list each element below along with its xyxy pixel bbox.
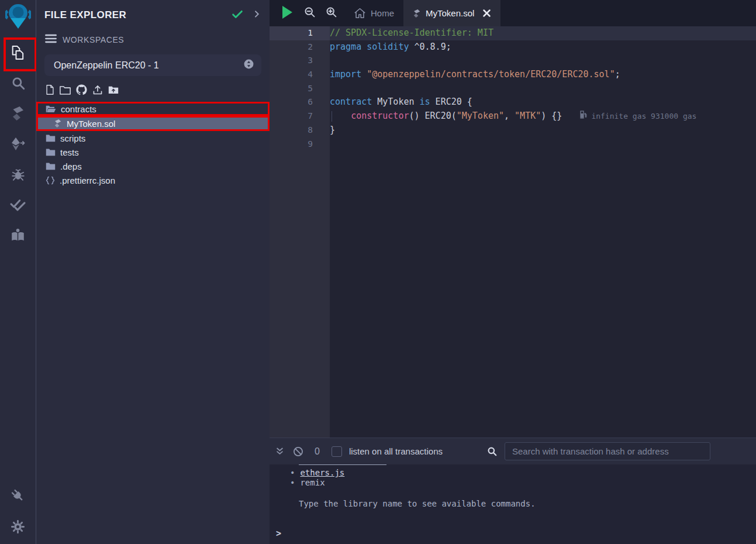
collapse-terminal-icon[interactable] [275,447,284,456]
create-new-file-button[interactable] [46,85,54,97]
zoom-in-button[interactable] [325,6,337,20]
remix-logo[interactable] [0,0,36,37]
tree-item-label: tests [60,147,79,157]
tab-mytoken-sol[interactable]: MyToken.sol [403,0,500,26]
tree-item-prettierrc-json[interactable]: .prettierrc.json [36,173,270,187]
code-line[interactable]: 5 [270,82,756,96]
terminal-prompt[interactable]: > [276,528,281,539]
clear-console-icon[interactable] [292,446,304,457]
code-text: import "@openzeppelin/contracts/token/ER… [330,68,620,82]
main-area: HomeMyToken.sol 1// SPDX-License-Identif… [270,0,756,544]
run-script-button[interactable] [280,5,294,22]
tree-item-label: .deps [60,161,82,171]
code-line[interactable]: 3 [270,54,756,68]
workspace-select[interactable]: OpenZeppelin ERC20 - 1 [44,54,261,76]
github-icon [76,84,87,98]
folder-icon [46,148,56,156]
gas-icon [579,109,588,123]
tree-item-scripts[interactable]: scripts [36,131,270,145]
zoom-out-button[interactable] [303,6,316,20]
tab-home[interactable]: Home [344,0,403,26]
code-line[interactable]: 6contract MyToken is ERC20 { [270,95,756,109]
check-icon [231,8,244,23]
code-line[interactable]: 2pragma solidity ^0.8.9; [270,40,756,54]
code-line[interactable]: 7 constructor() ERC20("MyToken", "MTK") … [270,109,756,123]
workspace-selected-value: OpenZeppelin ERC20 - 1 [54,60,243,71]
clone-git-repository-button[interactable] [76,84,87,98]
workspaces-label: WORKSPACES [63,35,124,44]
listen-transactions-checkbox[interactable] [332,446,342,457]
editor-toolbar [270,0,344,26]
line-number: 4 [270,68,330,82]
line-number: 5 [270,82,330,96]
unit-testing-button[interactable] [0,190,36,220]
new-file-icon [46,85,54,97]
library-ethers-js[interactable]: ethers.js [300,468,344,478]
search-button[interactable] [0,68,36,98]
gas-estimate-widget: infinite gas 931000 gas [579,109,696,123]
debugger-button[interactable] [0,159,36,190]
tree-item-MyToken-sol[interactable]: MyToken.sol [36,116,270,131]
code-text: // SPDX-License-Identifier: MIT [330,26,493,40]
tree-item-label: contracts [61,104,96,114]
terminal-panel: 0 listen on all transactions •ethers.js•… [270,438,756,544]
activity-bar-bottom [0,481,36,544]
plug-icon [11,488,26,504]
hamburger-menu-icon[interactable] [44,33,57,46]
terminal-output[interactable]: •ethers.js•remix Type the library name t… [270,464,756,544]
indent-guide [332,111,332,122]
double-check-icon [10,198,26,212]
terminal-hint: Type the library name to see available c… [270,488,756,508]
file-explorer-button[interactable] [0,37,36,68]
library-list-item: •remix [290,478,756,488]
create-new-folder-button[interactable] [60,85,71,97]
code-line[interactable]: 1// SPDX-License-Identifier: MIT [270,26,756,40]
bullet: • [290,478,295,488]
transaction-count-badge: 0 [315,446,320,457]
tabs-container: HomeMyToken.sol [344,0,500,26]
listen-transactions-label: listen on all transactions [349,446,443,456]
chevron-right-icon[interactable] [252,9,261,21]
tree-item-contracts[interactable]: contracts [36,102,270,116]
line-number: 8 [270,123,330,137]
tab-label: Home [371,8,394,18]
file-explorer-panel: FILE EXPLORER WORKSPACES OpenZeppelin ER… [36,0,270,544]
settings-button[interactable] [0,511,36,542]
files-icon [10,44,26,61]
line-number: 2 [270,40,330,54]
solidity-icon [11,106,25,121]
folder-open-icon [46,105,56,113]
upload-file-button[interactable] [92,85,103,97]
code-line[interactable]: 9 [270,137,756,152]
code-editor[interactable]: 1// SPDX-License-Identifier: MIT2pragma … [270,26,756,438]
learneth-button[interactable] [0,220,36,250]
bullet: • [290,468,295,478]
terminal-toolbar: 0 listen on all transactions [270,438,756,464]
remix-logo [5,3,31,35]
deploy-run-button[interactable] [0,129,36,159]
tree-item-tests[interactable]: tests [36,145,270,159]
solidity-compiler-button[interactable] [0,98,36,129]
line-number: 6 [270,95,330,109]
library-remix: remix [300,478,325,488]
terminal-search-icon [486,446,498,457]
code-line[interactable]: 4import "@openzeppelin/contracts/token/E… [270,68,756,82]
zoom-out-icon [303,6,316,20]
tree-item-label: scripts [60,133,85,143]
code-line[interactable]: 8} [270,123,756,137]
tree-item-deps[interactable]: .deps [36,159,270,173]
line-number: 1 [270,26,330,40]
code-text: pragma solidity ^0.8.9; [330,40,451,54]
upload-folder-icon [108,85,119,97]
tab-label: MyToken.sol [426,8,474,18]
book-icon [10,228,26,243]
workspace-sort-icon [243,58,254,72]
solidity-file-icon [413,9,421,18]
upload-folder-button[interactable] [108,85,119,97]
close-tab-icon[interactable] [482,9,491,18]
terminal-search-input[interactable] [505,442,710,460]
line-number: 7 [270,109,330,123]
code-text: } [330,123,335,137]
plugin-manager-button[interactable] [0,481,36,511]
search-icon [11,75,26,91]
